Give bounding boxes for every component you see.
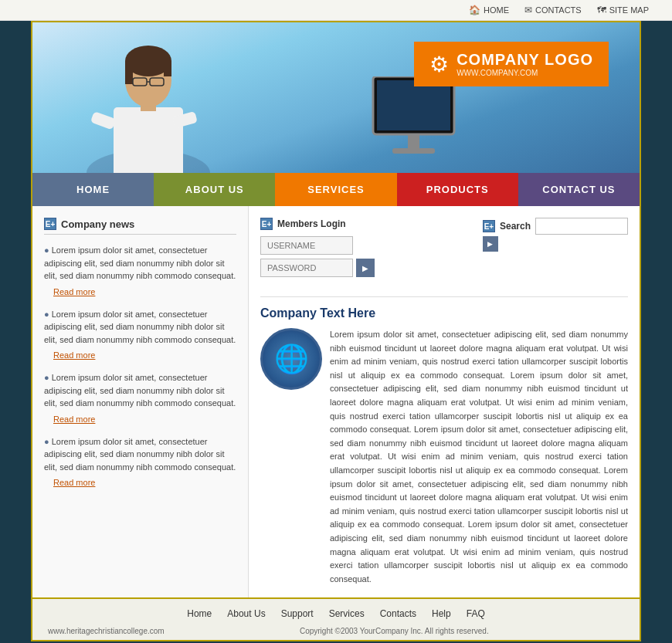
- top-bar-home[interactable]: 🏠 HOME: [469, 5, 509, 15]
- footer: Home About Us Support Services Contacts …: [32, 597, 640, 640]
- read-more-2[interactable]: Read more: [53, 350, 95, 360]
- main-content: E+ Company news Lorem ipsum dolor sit am…: [32, 206, 640, 597]
- top-bar-home-label: HOME: [484, 5, 509, 15]
- logo-gear-icon: ⚙: [429, 52, 449, 77]
- company-section-title: Company Text Here: [260, 306, 628, 320]
- members-login-box: E+ Members Login ▶: [260, 218, 467, 281]
- home-icon: 🏠: [469, 5, 480, 15]
- login-button[interactable]: ▶: [356, 259, 375, 277]
- logo-box: ⚙ COMPANY LOGO WWW.COMPANY.COM: [414, 42, 609, 86]
- footer-bottom: www.heritagechristiancollege.com Copyrig…: [32, 624, 640, 635]
- top-bar: 🏠 HOME ✉ CONTACTS 🗺 SITE MAP: [0, 0, 672, 21]
- svg-rect-14: [408, 134, 419, 148]
- svg-rect-10: [90, 111, 116, 130]
- top-bar-contacts[interactable]: ✉ CONTACTS: [524, 5, 582, 15]
- sidebar-title: E+ Company news: [44, 218, 236, 235]
- footer-home[interactable]: Home: [187, 608, 212, 619]
- read-more-1[interactable]: Read more: [53, 287, 95, 296]
- top-bar-sitemap-label: SITE MAP: [609, 5, 649, 15]
- news-text-2: Lorem ipsum dolor sit amet, consectetuer…: [44, 308, 236, 347]
- person-image: [79, 38, 218, 173]
- search-input[interactable]: [535, 218, 628, 235]
- svg-rect-5: [125, 61, 133, 84]
- svg-rect-1: [114, 107, 183, 173]
- svg-rect-15: [392, 148, 435, 154]
- globe-icon: 🌐: [274, 343, 309, 375]
- footer-contacts[interactable]: Contacts: [380, 608, 416, 619]
- top-bar-sitemap[interactable]: 🗺 SITE MAP: [597, 5, 649, 15]
- search-label: E+ Search: [483, 218, 628, 235]
- news-item-2: Lorem ipsum dolor sit amet, consectetuer…: [44, 308, 236, 361]
- news-item-4: Lorem ipsum dolor sit amet, consectetuer…: [44, 435, 236, 489]
- top-bar-contacts-label: CONTACTS: [535, 5, 582, 15]
- news-item-3: Lorem ipsum dolor sit amet, consectetuer…: [44, 371, 236, 425]
- navigation-bar: HOME ABOUT US SERVICES PRODUCTS CONTACT …: [32, 173, 640, 206]
- sidebar-icon: E+: [44, 218, 56, 230]
- company-name: COMPANY LOGO: [456, 51, 593, 69]
- footer-site-url: www.heritagechristiancollege.com: [48, 627, 165, 635]
- company-body: 🌐 Lorem ipsum dolor sit amet, consectetu…: [260, 328, 628, 586]
- nav-home[interactable]: HOME: [32, 173, 154, 206]
- footer-copyright: Copyright ©2003 YourCompany Inc. All rig…: [165, 627, 624, 635]
- svg-rect-13: [377, 80, 450, 130]
- news-text-3: Lorem ipsum dolor sit amet, consectetuer…: [44, 371, 236, 410]
- monitor-image: [369, 76, 462, 154]
- nav-services[interactable]: SERVICES: [275, 173, 396, 206]
- sidebar: E+ Company news Lorem ipsum dolor sit am…: [32, 206, 249, 597]
- username-row: [260, 236, 467, 255]
- footer-services[interactable]: Services: [329, 608, 365, 619]
- read-more-4[interactable]: Read more: [53, 478, 95, 487]
- svg-rect-6: [164, 61, 171, 76]
- sitemap-icon: 🗺: [597, 5, 606, 15]
- company-section: Company Text Here 🌐 Lorem ipsum dolor si…: [260, 296, 628, 586]
- login-box-title: E+ Members Login: [260, 218, 467, 230]
- password-row: ▶: [260, 259, 467, 277]
- footer-support[interactable]: Support: [281, 608, 314, 619]
- nav-contact[interactable]: CONTACT US: [518, 173, 640, 206]
- footer-links: Home About Us Support Services Contacts …: [32, 608, 640, 619]
- site-container: ⚙ COMPANY LOGO WWW.COMPANY.COM HOME ABOU…: [31, 21, 641, 641]
- news-text-1: Lorem ipsum dolor sit amet, consectetuer…: [44, 244, 236, 283]
- news-text-4: Lorem ipsum dolor sit amet, consectetuer…: [44, 435, 236, 474]
- news-item-1: Lorem ipsum dolor sit amet, consectetuer…: [44, 244, 236, 297]
- company-body-text: Lorem ipsum dolor sit amet, consectetuer…: [330, 328, 628, 586]
- nav-products[interactable]: PRODUCTS: [397, 173, 518, 206]
- mail-icon: ✉: [524, 5, 532, 15]
- search-section-icon: E+: [483, 220, 495, 232]
- company-icon-image: 🌐: [260, 328, 322, 390]
- nav-about[interactable]: ABOUT US: [154, 173, 275, 206]
- login-search-row: E+ Members Login ▶: [260, 218, 628, 281]
- footer-faq[interactable]: FAQ: [467, 608, 485, 619]
- login-icon: E+: [260, 218, 273, 230]
- content-area: E+ Members Login ▶: [249, 206, 640, 597]
- footer-help[interactable]: Help: [432, 608, 451, 619]
- read-more-3[interactable]: Read more: [53, 415, 95, 424]
- password-input[interactable]: [260, 259, 353, 277]
- footer-about[interactable]: About Us: [227, 608, 265, 619]
- username-input[interactable]: [260, 236, 353, 255]
- header-banner: ⚙ COMPANY LOGO WWW.COMPANY.COM: [32, 22, 640, 173]
- search-box: E+ Search ▶: [483, 218, 628, 252]
- logo-text: COMPANY LOGO WWW.COMPANY.COM: [456, 51, 593, 77]
- company-url: WWW.COMPANY.COM: [456, 69, 593, 77]
- search-go-button[interactable]: ▶: [483, 236, 498, 252]
